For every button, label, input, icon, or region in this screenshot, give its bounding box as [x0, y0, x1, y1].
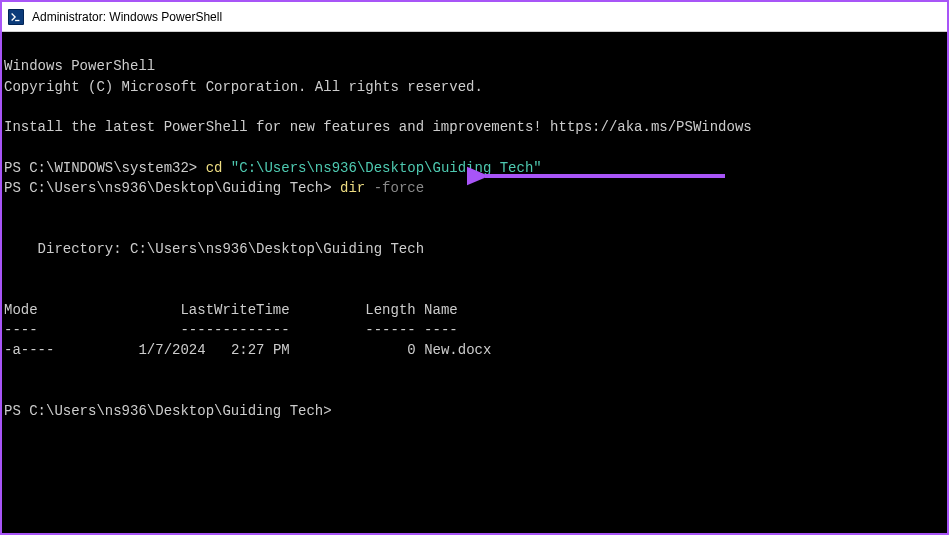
cell-length: 0 [407, 342, 415, 358]
directory-header: Directory: C:\Users\ns936\Desktop\Guidin… [4, 241, 424, 257]
param-force: -force [374, 180, 424, 196]
prompt-2: PS C:\Users\ns936\Desktop\Guiding Tech> [4, 180, 340, 196]
cmd-dir: dir [340, 180, 374, 196]
powershell-icon [8, 9, 24, 25]
prompt-1: PS C:\WINDOWS\system32> [4, 160, 206, 176]
cell-mode: -a---- [4, 342, 54, 358]
col-length: Length [365, 302, 415, 318]
col-mode: Mode [4, 302, 38, 318]
table-header: Mode LastWriteTime Length Name [4, 302, 458, 318]
cmd-cd: cd [206, 160, 231, 176]
cell-date: 1/7/2024 [138, 342, 205, 358]
banner-line: Windows PowerShell [4, 58, 155, 74]
table-row: -a---- 1/7/2024 2:27 PM 0 New.docx [4, 342, 491, 358]
cell-name: New.docx [424, 342, 491, 358]
terminal-area[interactable]: Windows PowerShell Copyright (C) Microso… [2, 32, 947, 533]
prompt-3[interactable]: PS C:\Users\ns936\Desktop\Guiding Tech> [4, 403, 332, 419]
table-separator: ---- ------------- ------ ---- [4, 322, 458, 338]
titlebar[interactable]: Administrator: Windows PowerShell [2, 2, 947, 32]
cd-path-arg: "C:\Users\ns936\Desktop\Guiding Tech" [231, 160, 542, 176]
col-lastwritetime: LastWriteTime [180, 302, 289, 318]
powershell-window: Administrator: Windows PowerShell Window… [2, 2, 947, 533]
copyright-line: Copyright (C) Microsoft Corporation. All… [4, 79, 483, 95]
command-line-1: PS C:\WINDOWS\system32> cd "C:\Users\ns9… [4, 160, 542, 176]
command-line-2: PS C:\Users\ns936\Desktop\Guiding Tech> … [4, 180, 424, 196]
cell-time: 2:27 PM [231, 342, 290, 358]
window-title: Administrator: Windows PowerShell [32, 10, 222, 24]
col-name: Name [424, 302, 458, 318]
install-hint: Install the latest PowerShell for new fe… [4, 119, 752, 135]
